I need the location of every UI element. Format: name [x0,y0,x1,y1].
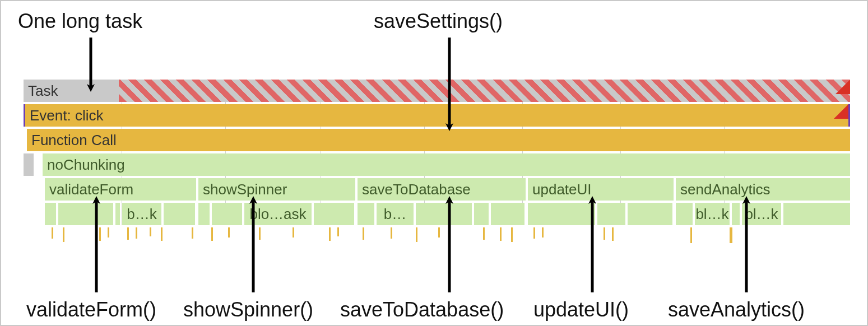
tick [690,227,692,243]
tick [391,227,392,239]
tick [136,227,137,239]
tick [127,227,129,240]
tick [63,227,64,242]
fn-validateform[interactable]: validateForm [45,178,196,201]
fn-savetodatabase[interactable]: saveToDatabase [358,178,526,201]
tick-markers [24,227,850,246]
anno-validateform: validateForm() [26,298,156,322]
tick [192,227,193,239]
block[interactable] [58,203,113,225]
block[interactable] [358,203,374,225]
tick [363,227,364,240]
tick [329,227,331,241]
event-end-marker [848,104,850,127]
anno-updateui: updateUI() [533,298,629,322]
tick [438,227,440,237]
anno-saveanalytics: saveAnalytics() [668,298,805,322]
task-bar-long-blocking[interactable] [119,80,850,102]
block[interactable] [164,203,195,225]
nochunking-bar[interactable]: noChunking [43,153,850,176]
row-functions: validateForm showSpinner saveToDatabase … [24,178,850,201]
anno-one-long-task: One long task [18,10,142,33]
tick [161,227,163,241]
block[interactable] [115,203,120,225]
row-nochunking: noChunking [24,153,850,176]
row-blocks: b…k blo…ask b… bl…k bl…k [24,203,850,225]
row-function-call: Function Call [24,129,850,151]
anno-savetodatabase: saveToDatabase() [340,298,504,322]
tick [500,227,502,241]
fn-updateui[interactable]: updateUI [528,178,674,201]
block-blk2[interactable]: bl…k [742,203,781,225]
row-task: Task [24,80,850,102]
block[interactable] [597,203,625,225]
flame-chart: Task Event: click Function Call noChunki… [24,80,850,246]
block[interactable] [474,203,489,225]
devtools-flamechart-annotated: One long task saveSettings() Task Event:… [0,0,868,326]
function-call-bar[interactable]: Function Call [27,129,850,151]
row-event-click: Event: click [24,104,850,127]
tick [52,227,53,239]
tick [483,227,485,240]
block-b[interactable]: b… [377,203,414,225]
anno-showspinner: showSpinner() [183,298,313,322]
tick [612,227,614,241]
small-gray-block[interactable] [24,153,34,176]
block-blk1[interactable]: bl…k [695,203,730,225]
block[interactable] [628,203,672,225]
block-bk[interactable]: b…k [122,203,161,225]
block[interactable] [212,203,242,225]
tick [337,227,339,236]
tick [228,227,230,237]
event-warning-icon [834,104,848,119]
task-bar-short[interactable]: Task [24,80,119,102]
event-click-bar[interactable]: Event: click [25,104,848,127]
block[interactable] [732,203,740,225]
fn-showspinner[interactable]: showSpinner [198,178,355,201]
block[interactable] [783,203,850,225]
tick [533,227,535,239]
tick [511,227,513,242]
tick [416,227,417,242]
block[interactable] [491,203,524,225]
block[interactable] [416,203,472,225]
fn-sendanalytics[interactable]: sendAnalytics [676,178,850,201]
block[interactable] [314,203,354,225]
tick [293,227,294,237]
tick [211,227,213,241]
block[interactable] [528,203,595,225]
tick [259,227,261,240]
tick [99,227,101,241]
block-bloask[interactable]: blo…ask [244,203,312,225]
block[interactable] [45,203,56,225]
block[interactable] [676,203,693,225]
tick [730,227,732,243]
tick [542,227,544,237]
tick [108,227,109,237]
anno-savesettings: saveSettings() [374,10,503,33]
block[interactable] [198,203,210,225]
long-task-warning-icon [835,80,850,94]
tick [604,227,605,240]
tick [150,227,151,236]
